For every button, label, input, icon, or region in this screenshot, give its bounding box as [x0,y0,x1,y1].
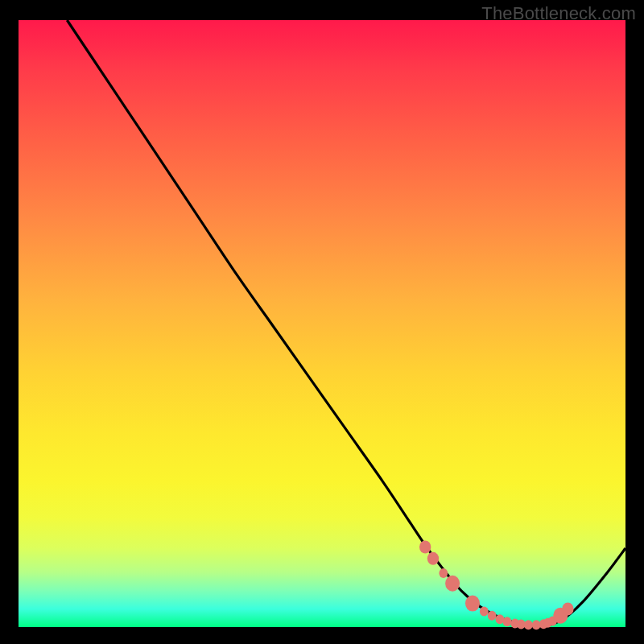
marker-dot [419,540,431,553]
marker-dot [427,552,439,565]
marker-dot [562,602,573,615]
marker-dot [439,568,448,578]
plot-area [19,20,625,627]
marker-dot [465,596,480,612]
chart-svg [19,20,625,627]
marker-dot [488,611,497,621]
marker-dot [503,617,512,626]
bottleneck-curve [67,20,625,626]
marker-dot [480,606,489,616]
curve-markers [419,540,574,630]
marker-dot [445,576,460,592]
chart-frame: TheBottleneck.com [0,0,644,644]
marker-dot [524,620,533,630]
watermark-text: TheBottleneck.com [481,3,636,24]
